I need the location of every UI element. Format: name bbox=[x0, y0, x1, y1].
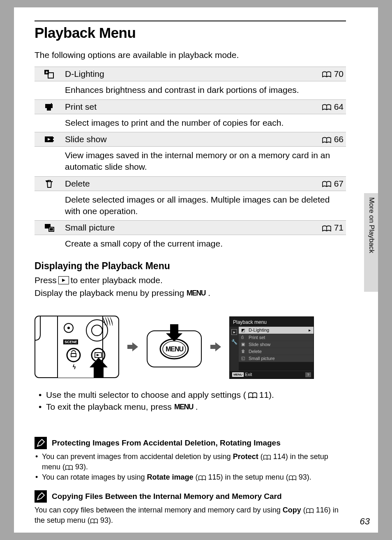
svg-rect-26 bbox=[170, 324, 178, 334]
option-pageref: 70 bbox=[322, 69, 344, 79]
menu-button-label: MENU bbox=[174, 402, 193, 413]
menu-button-label: MENU bbox=[187, 288, 205, 299]
svg-text:ϟ: ϟ bbox=[72, 364, 76, 370]
option-row-smallpic: Small picture 71 bbox=[35, 220, 346, 235]
lcd-item: ◱Small picture bbox=[239, 355, 314, 362]
page-title: Playback Menu bbox=[35, 25, 346, 41]
arrow-icon bbox=[210, 341, 222, 355]
text: . bbox=[208, 287, 210, 299]
option-desc: Select images to print and the number of… bbox=[35, 114, 346, 132]
option-name: Slide show bbox=[62, 134, 322, 144]
text: to enter playback mode. bbox=[71, 274, 163, 286]
arrow-icon bbox=[127, 341, 139, 355]
text: Display the playback menu by pressing bbox=[35, 287, 184, 299]
option-page: 67 bbox=[334, 179, 344, 189]
lcd-setup-tab-icon: 🔧 bbox=[231, 339, 238, 345]
book-icon bbox=[322, 223, 332, 233]
lcd-item: 🗑Delete bbox=[239, 348, 314, 355]
options-table: D-Lighting 70 Enhances brightness and co… bbox=[35, 67, 346, 253]
book-icon bbox=[322, 102, 332, 112]
option-desc: Enhances brightness and contrast in dark… bbox=[35, 81, 346, 99]
menu-button-illustration: MENU bbox=[146, 324, 202, 371]
lcd-menu-button: MENU bbox=[232, 372, 244, 377]
option-page: 70 bbox=[334, 69, 344, 79]
small-picture-icon bbox=[37, 223, 62, 232]
note-paragraph: You can copy files between the internal … bbox=[35, 505, 346, 526]
option-page: 71 bbox=[334, 223, 344, 233]
lcd-item: ⎙Print set bbox=[239, 334, 314, 341]
book-icon bbox=[322, 179, 332, 189]
option-row-slideshow: Slide show 66 bbox=[35, 132, 346, 147]
option-pageref: 67 bbox=[322, 179, 344, 189]
page: More on Playback 63 Playback Menu The fo… bbox=[14, 7, 378, 533]
book-icon bbox=[322, 69, 332, 79]
svg-text:SCENE: SCENE bbox=[65, 340, 77, 344]
sub-heading: Displaying the Playback Menu bbox=[35, 261, 346, 272]
lcd-exit-label: Exit bbox=[245, 372, 252, 377]
note-title: Copying Files Between the Internal Memor… bbox=[52, 492, 282, 501]
bullet-2: To exit the playback menu, press MENU. bbox=[35, 401, 346, 413]
note-pencil-icon bbox=[35, 437, 47, 449]
figure-row: SCENE ϟ bbox=[35, 316, 346, 380]
instruction-line-1: Press to enter playback mode. bbox=[35, 274, 346, 286]
text: Press bbox=[35, 274, 57, 286]
option-desc: Create a small copy of the current image… bbox=[35, 235, 346, 253]
instruction-line-2: Display the playback menu by pressing ME… bbox=[35, 287, 346, 299]
option-pageref: 71 bbox=[322, 223, 344, 233]
note-item: You can prevent images from accidental d… bbox=[35, 452, 346, 473]
lcd-item-selected: ◩D-Lighting▸ bbox=[239, 327, 314, 334]
svg-point-12 bbox=[67, 327, 70, 329]
text: . bbox=[196, 401, 198, 413]
option-row-delete: Delete 67 bbox=[35, 176, 346, 191]
d-lighting-icon bbox=[37, 69, 62, 78]
option-pageref: 64 bbox=[322, 102, 344, 112]
svg-text:MENU: MENU bbox=[166, 346, 184, 353]
slideshow-icon bbox=[37, 135, 62, 144]
text: 11). bbox=[259, 389, 274, 401]
note-protect-rotate: Protecting Images From Accidental Deleti… bbox=[35, 437, 346, 483]
option-row-dlighting: D-Lighting 70 bbox=[35, 67, 346, 81]
book-icon bbox=[322, 134, 332, 144]
option-pageref: 66 bbox=[322, 134, 344, 144]
option-name: Small picture bbox=[62, 223, 322, 233]
playback-button-icon bbox=[58, 276, 69, 284]
note-item: You can rotate images by using Rotate im… bbox=[35, 472, 346, 482]
note-pencil-icon bbox=[35, 490, 47, 503]
intro-text: The following options are available in p… bbox=[35, 50, 346, 60]
note-title: Protecting Images From Accidental Deleti… bbox=[52, 438, 281, 448]
delete-icon bbox=[37, 179, 62, 188]
option-desc: Delete selected images or all images. Mu… bbox=[35, 191, 346, 220]
book-icon bbox=[248, 389, 258, 401]
camera-screen-illustration: Playback menu ▸ 🔧 ◩D-Lighting▸ ⎙Print se… bbox=[229, 316, 314, 379]
note-copy: Copying Files Between the Internal Memor… bbox=[35, 490, 346, 526]
option-row-printset: Print set 64 bbox=[35, 99, 346, 114]
heading-rule bbox=[35, 21, 346, 21]
print-icon bbox=[37, 102, 62, 111]
text: To exit the playback menu, press bbox=[46, 401, 172, 413]
lcd-item: ▣Slide show bbox=[239, 341, 314, 348]
camera-back-illustration: SCENE ϟ bbox=[35, 316, 119, 380]
lcd-help-icon: ? bbox=[305, 372, 311, 377]
text: Use the multi selector to choose and app… bbox=[46, 389, 246, 401]
lcd-title: Playback menu bbox=[230, 317, 314, 327]
option-name: Print set bbox=[62, 102, 322, 112]
side-section-label: More on Playback bbox=[367, 197, 376, 253]
lcd-playback-tab-icon: ▸ bbox=[231, 329, 237, 335]
option-desc: View images saved in the internal memory… bbox=[35, 147, 346, 176]
bullet-1: Use the multi selector to choose and app… bbox=[35, 389, 346, 401]
option-page: 64 bbox=[334, 102, 344, 112]
option-page: 66 bbox=[334, 134, 344, 144]
option-name: D-Lighting bbox=[62, 69, 322, 79]
page-number: 63 bbox=[360, 516, 370, 527]
option-name: Delete bbox=[62, 179, 322, 189]
